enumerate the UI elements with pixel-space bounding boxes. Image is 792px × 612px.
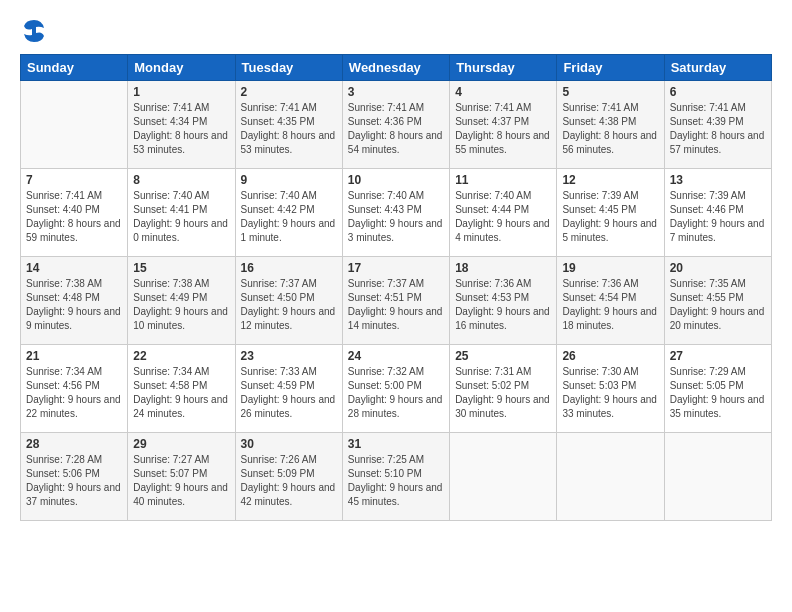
calendar-week-row: 28Sunrise: 7:28 AMSunset: 5:06 PMDayligh… [21,433,772,521]
day-info: Sunrise: 7:41 AMSunset: 4:40 PMDaylight:… [26,189,122,245]
day-info: Sunrise: 7:35 AMSunset: 4:55 PMDaylight:… [670,277,766,333]
day-info: Sunrise: 7:41 AMSunset: 4:36 PMDaylight:… [348,101,444,157]
day-info: Sunrise: 7:41 AMSunset: 4:39 PMDaylight:… [670,101,766,157]
day-info: Sunrise: 7:28 AMSunset: 5:06 PMDaylight:… [26,453,122,509]
calendar-cell: 21Sunrise: 7:34 AMSunset: 4:56 PMDayligh… [21,345,128,433]
weekday-header-friday: Friday [557,55,664,81]
weekday-header-thursday: Thursday [450,55,557,81]
calendar-cell: 29Sunrise: 7:27 AMSunset: 5:07 PMDayligh… [128,433,235,521]
day-number: 23 [241,349,337,363]
day-number: 19 [562,261,658,275]
day-info: Sunrise: 7:41 AMSunset: 4:34 PMDaylight:… [133,101,229,157]
day-number: 25 [455,349,551,363]
day-number: 4 [455,85,551,99]
day-number: 26 [562,349,658,363]
day-number: 18 [455,261,551,275]
day-number: 27 [670,349,766,363]
calendar-cell: 19Sunrise: 7:36 AMSunset: 4:54 PMDayligh… [557,257,664,345]
day-number: 24 [348,349,444,363]
weekday-header-row: SundayMondayTuesdayWednesdayThursdayFrid… [21,55,772,81]
day-number: 6 [670,85,766,99]
day-info: Sunrise: 7:31 AMSunset: 5:02 PMDaylight:… [455,365,551,421]
day-number: 5 [562,85,658,99]
weekday-header-tuesday: Tuesday [235,55,342,81]
calendar-cell: 12Sunrise: 7:39 AMSunset: 4:45 PMDayligh… [557,169,664,257]
day-number: 10 [348,173,444,187]
day-number: 21 [26,349,122,363]
calendar-week-row: 21Sunrise: 7:34 AMSunset: 4:56 PMDayligh… [21,345,772,433]
calendar-table: SundayMondayTuesdayWednesdayThursdayFrid… [20,54,772,521]
day-info: Sunrise: 7:27 AMSunset: 5:07 PMDaylight:… [133,453,229,509]
calendar-cell: 4Sunrise: 7:41 AMSunset: 4:37 PMDaylight… [450,81,557,169]
day-number: 28 [26,437,122,451]
calendar-cell: 5Sunrise: 7:41 AMSunset: 4:38 PMDaylight… [557,81,664,169]
calendar-cell [450,433,557,521]
calendar-cell: 23Sunrise: 7:33 AMSunset: 4:59 PMDayligh… [235,345,342,433]
weekday-header-wednesday: Wednesday [342,55,449,81]
day-info: Sunrise: 7:40 AMSunset: 4:41 PMDaylight:… [133,189,229,245]
calendar-cell: 28Sunrise: 7:28 AMSunset: 5:06 PMDayligh… [21,433,128,521]
day-info: Sunrise: 7:34 AMSunset: 4:58 PMDaylight:… [133,365,229,421]
weekday-header-monday: Monday [128,55,235,81]
calendar-cell: 9Sunrise: 7:40 AMSunset: 4:42 PMDaylight… [235,169,342,257]
day-info: Sunrise: 7:30 AMSunset: 5:03 PMDaylight:… [562,365,658,421]
day-info: Sunrise: 7:38 AMSunset: 4:49 PMDaylight:… [133,277,229,333]
calendar-cell: 15Sunrise: 7:38 AMSunset: 4:49 PMDayligh… [128,257,235,345]
day-number: 30 [241,437,337,451]
day-info: Sunrise: 7:39 AMSunset: 4:45 PMDaylight:… [562,189,658,245]
calendar-cell: 2Sunrise: 7:41 AMSunset: 4:35 PMDaylight… [235,81,342,169]
day-info: Sunrise: 7:25 AMSunset: 5:10 PMDaylight:… [348,453,444,509]
calendar-cell: 3Sunrise: 7:41 AMSunset: 4:36 PMDaylight… [342,81,449,169]
day-number: 13 [670,173,766,187]
calendar-cell [21,81,128,169]
day-number: 9 [241,173,337,187]
day-number: 11 [455,173,551,187]
logo-icon [20,16,48,44]
day-number: 7 [26,173,122,187]
calendar-cell: 26Sunrise: 7:30 AMSunset: 5:03 PMDayligh… [557,345,664,433]
calendar-cell: 1Sunrise: 7:41 AMSunset: 4:34 PMDaylight… [128,81,235,169]
day-info: Sunrise: 7:33 AMSunset: 4:59 PMDaylight:… [241,365,337,421]
calendar-page: SundayMondayTuesdayWednesdayThursdayFrid… [0,0,792,612]
day-info: Sunrise: 7:41 AMSunset: 4:35 PMDaylight:… [241,101,337,157]
day-info: Sunrise: 7:38 AMSunset: 4:48 PMDaylight:… [26,277,122,333]
calendar-cell: 14Sunrise: 7:38 AMSunset: 4:48 PMDayligh… [21,257,128,345]
calendar-week-row: 14Sunrise: 7:38 AMSunset: 4:48 PMDayligh… [21,257,772,345]
day-number: 17 [348,261,444,275]
day-info: Sunrise: 7:36 AMSunset: 4:54 PMDaylight:… [562,277,658,333]
calendar-cell: 31Sunrise: 7:25 AMSunset: 5:10 PMDayligh… [342,433,449,521]
day-info: Sunrise: 7:40 AMSunset: 4:44 PMDaylight:… [455,189,551,245]
day-number: 15 [133,261,229,275]
calendar-cell: 22Sunrise: 7:34 AMSunset: 4:58 PMDayligh… [128,345,235,433]
logo [20,16,52,44]
calendar-cell: 17Sunrise: 7:37 AMSunset: 4:51 PMDayligh… [342,257,449,345]
calendar-cell: 18Sunrise: 7:36 AMSunset: 4:53 PMDayligh… [450,257,557,345]
day-number: 22 [133,349,229,363]
day-number: 20 [670,261,766,275]
day-info: Sunrise: 7:41 AMSunset: 4:38 PMDaylight:… [562,101,658,157]
day-number: 29 [133,437,229,451]
calendar-cell: 7Sunrise: 7:41 AMSunset: 4:40 PMDaylight… [21,169,128,257]
calendar-week-row: 1Sunrise: 7:41 AMSunset: 4:34 PMDaylight… [21,81,772,169]
header [20,16,772,44]
day-number: 8 [133,173,229,187]
day-number: 16 [241,261,337,275]
calendar-cell: 30Sunrise: 7:26 AMSunset: 5:09 PMDayligh… [235,433,342,521]
calendar-cell: 25Sunrise: 7:31 AMSunset: 5:02 PMDayligh… [450,345,557,433]
day-number: 12 [562,173,658,187]
calendar-cell [664,433,771,521]
day-info: Sunrise: 7:39 AMSunset: 4:46 PMDaylight:… [670,189,766,245]
day-info: Sunrise: 7:36 AMSunset: 4:53 PMDaylight:… [455,277,551,333]
calendar-cell: 13Sunrise: 7:39 AMSunset: 4:46 PMDayligh… [664,169,771,257]
day-info: Sunrise: 7:29 AMSunset: 5:05 PMDaylight:… [670,365,766,421]
calendar-cell: 27Sunrise: 7:29 AMSunset: 5:05 PMDayligh… [664,345,771,433]
day-info: Sunrise: 7:26 AMSunset: 5:09 PMDaylight:… [241,453,337,509]
calendar-cell: 10Sunrise: 7:40 AMSunset: 4:43 PMDayligh… [342,169,449,257]
calendar-cell: 20Sunrise: 7:35 AMSunset: 4:55 PMDayligh… [664,257,771,345]
day-info: Sunrise: 7:37 AMSunset: 4:50 PMDaylight:… [241,277,337,333]
day-info: Sunrise: 7:32 AMSunset: 5:00 PMDaylight:… [348,365,444,421]
calendar-cell: 8Sunrise: 7:40 AMSunset: 4:41 PMDaylight… [128,169,235,257]
weekday-header-sunday: Sunday [21,55,128,81]
day-info: Sunrise: 7:40 AMSunset: 4:43 PMDaylight:… [348,189,444,245]
calendar-cell: 11Sunrise: 7:40 AMSunset: 4:44 PMDayligh… [450,169,557,257]
